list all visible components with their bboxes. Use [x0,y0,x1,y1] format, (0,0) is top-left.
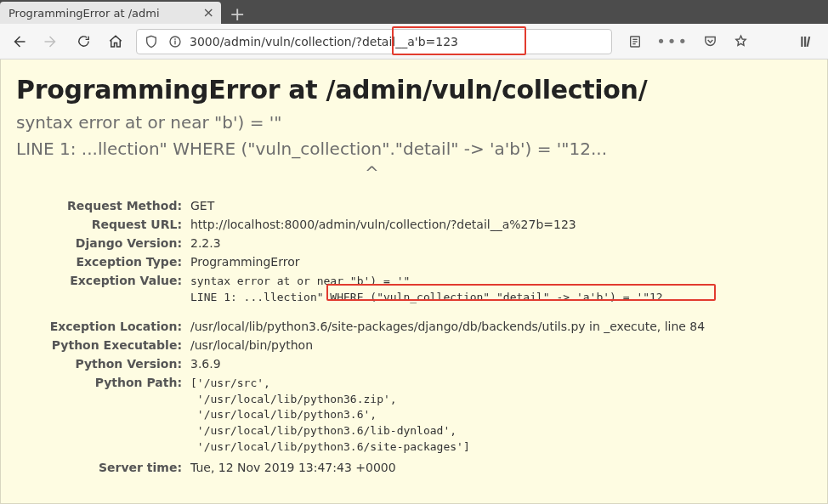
meta-row-server-time: Server time: Tue, 12 Nov 2019 13:47:43 +… [16,458,812,477]
meta-value: 3.6.9 [190,354,812,373]
arrow-left-icon [11,34,26,49]
shield-icon[interactable] [142,32,161,51]
meta-value: /usr/local/bin/python [190,336,812,354]
error-caret: ^ [16,164,812,181]
meta-value: 2.2.3 [190,234,812,252]
meta-label: Request URL: [16,215,190,234]
tab-title: ProgrammingError at /admi [9,7,196,20]
meta-value: syntax error at or near "b') = '" LINE 1… [190,271,812,309]
reader-mode-icon[interactable] [626,32,644,51]
svg-point-1 [174,38,176,40]
url-text: 3000/admin/vuln/collection/?detail__a'b=… [190,35,606,48]
arrow-right-icon [43,34,59,49]
svg-rect-2 [174,40,175,44]
meta-value: /usr/local/lib/python3.6/site-packages/d… [190,317,812,336]
svg-rect-8 [804,37,806,47]
browser-tab-strip: ProgrammingError at /admi × + [0,0,828,24]
meta-value: Tue, 12 Nov 2019 13:47:43 +0000 [190,458,812,477]
bookmark-star-icon[interactable] [731,32,750,51]
home-button[interactable] [104,30,128,54]
error-subtitle-line1: syntax error at or near "b') = '" [16,111,812,134]
meta-value: ProgrammingError [190,252,812,271]
toolbar-right: ••• [621,32,821,51]
browser-tab-active[interactable]: ProgrammingError at /admi × [0,2,221,24]
home-icon [108,34,123,49]
django-debug-page: ProgrammingError at /admin/vuln/collecti… [0,59,828,504]
svg-rect-7 [801,37,802,47]
page-title: ProgrammingError at /admin/vuln/collecti… [16,75,812,105]
tab-close-icon[interactable]: × [203,6,214,20]
meta-row-method: Request Method: GET [16,196,812,215]
more-actions-icon[interactable]: ••• [656,32,689,50]
meta-value: GET [190,196,812,215]
exception-value-text: syntax error at or near "b') = '" LINE 1… [190,275,683,303]
reload-icon [77,34,91,48]
python-path-text: ['/usr/src', '/usr/local/lib/python36.zi… [190,377,470,453]
info-icon[interactable] [166,32,184,51]
meta-row-py-version: Python Version: 3.6.9 [16,354,812,373]
meta-label: Exception Location: [16,317,190,336]
meta-label: Python Version: [16,354,190,373]
address-bar[interactable]: 3000/admin/vuln/collection/?detail__a'b=… [136,29,612,54]
meta-row-py-executable: Python Executable: /usr/local/bin/python [16,336,812,354]
pocket-icon[interactable] [700,32,719,51]
meta-row-url: Request URL: http://localhost:8000/admin… [16,215,812,234]
reload-button[interactable] [71,30,95,54]
meta-value: http://localhost:8000/admin/vuln/collect… [190,215,812,234]
meta-row-exc-value: Exception Value: syntax error at or near… [16,271,812,309]
error-subtitle-line2: LINE 1: ...llection" WHERE ("vuln_collec… [16,138,812,161]
svg-rect-9 [807,36,811,46]
meta-label: Server time: [16,458,190,477]
back-button[interactable] [7,30,31,54]
meta-label: Python Path: [16,373,190,458]
meta-label: Exception Type: [16,252,190,271]
meta-row-django-version: Django Version: 2.2.3 [16,234,812,252]
meta-label: Django Version: [16,234,190,252]
library-icon[interactable] [797,32,816,51]
request-meta-table: Request Method: GET Request URL: http://… [16,196,812,477]
meta-label: Request Method: [16,196,190,215]
forward-button [39,30,63,54]
meta-value: ['/usr/src', '/usr/local/lib/python36.zi… [190,373,812,458]
new-tab-button[interactable]: + [221,5,253,24]
browser-toolbar: 3000/admin/vuln/collection/?detail__a'b=… [0,24,828,59]
meta-row-exc-location: Exception Location: /usr/local/lib/pytho… [16,317,812,336]
meta-label: Exception Value: [16,271,190,309]
meta-row-exc-type: Exception Type: ProgrammingError [16,252,812,271]
meta-label: Python Executable: [16,336,190,354]
meta-row-py-path: Python Path: ['/usr/src', '/usr/local/li… [16,373,812,458]
